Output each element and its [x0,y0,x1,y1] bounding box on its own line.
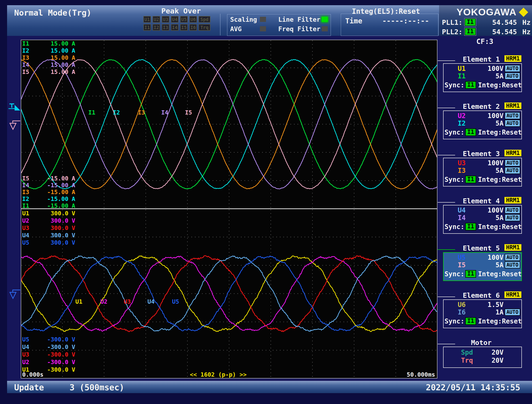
waveform-label-u5: U5 [172,298,179,305]
peak-over-current-indicators: I1I2I3I4I5I6Trq [143,24,212,31]
peak-over-indicator-i6: I6 [189,24,197,31]
element-4-panel[interactable]: Element 4 HRM1 U4 100V AUTO I4 5A AUTO S… [438,196,532,241]
element-settings-box: U4 100V AUTO I4 5A AUTO Sync: I1 Integ:R… [443,205,522,234]
pll1-sync-badge: I1 [465,18,476,26]
element-3-panel[interactable]: Element 3 HRM1 U3 100V AUTO I3 5A AUTO S… [438,149,532,194]
crest-factor-label: CF:3 [438,37,532,46]
waveform-label-u4: U4 [147,298,154,305]
scale-label-i1: I115.00A [22,40,75,47]
element-5-panel[interactable]: Element 5 HRM1 U5 100V AUTO I5 5A AUTO S… [438,244,532,288]
hrm1-badge: HRM1 [504,244,521,251]
scaling-label: Scaling [230,16,257,23]
sync-source-badge: I1 [465,270,476,278]
sync-label: Sync: [444,176,464,183]
element-2-panel[interactable]: Element 2 HRM1 U2 100V AUTO I2 5A AUTO S… [438,102,532,147]
auto-range-badge: AUTO [505,254,520,261]
peak-over-indicator-u3: U3 [162,16,169,23]
current-range-value: 5A [495,261,503,269]
auto-range-badge: AUTO [505,65,520,72]
waveform-label-i3: I3 [138,109,145,116]
auto-range-badge: AUTO [505,72,520,80]
voltage-range-row: U3 100V AUTO [443,159,521,167]
integ-state-label: Integ:Reset [478,270,522,278]
time-label: Time [345,17,362,25]
auto-range-badge: AUTO [505,309,520,316]
element-title: Element 6 [459,291,504,300]
analyzer-screen: Normal Mode(Trg) Peak Over U1U2U3U4U5U6S… [0,0,532,404]
peak-over-indicator-u4: U4 [171,16,178,23]
current-channel-label: I4 [458,214,466,222]
voltage-range-row: U6 1.5V [443,301,521,308]
time-value: -----:--:-- [382,17,429,25]
peak-over-indicator-u6: U6 [189,16,197,23]
hrm1-badge: HRM1 [504,103,521,109]
peak-over-title: Peak Over [143,7,219,15]
legend-line [438,249,455,250]
integ-state-label: Integ:Reset [478,81,522,89]
peak-over-indicator-trq: Trq [199,24,210,31]
voltage-range-row: U1 100V AUTO [443,65,521,72]
voltage-channel-label: U3 [458,159,466,167]
scale-label-i1: I1-15.00A [22,202,75,209]
peak-over-block: Peak Over U1U2U3U4U5U6Spd I1I2I3I4I5I6Tr… [143,5,221,36]
pll1-row: PLL1: I1 54.545 Hz [439,18,532,26]
element-6-panel[interactable]: Element 6 HRM1 U6 1.5V I6 1A AUTO Sync: … [438,291,532,336]
integ-state-label: Integ:Reset [478,176,522,183]
top-status-bar: Normal Mode(Trg) Peak Over U1U2U3U4U5U6S… [7,5,532,36]
current-range-row: I5 5A AUTO [443,261,521,269]
legend-line [438,297,455,297]
scale-label-u3: U3-300.0V [22,351,75,358]
element-title: Element 5 [459,244,504,252]
current-range-row: I1 5A AUTO [443,72,521,80]
auto-range-badge: AUTO [505,261,520,268]
hrm1-badge: HRM1 [504,55,521,62]
avg-indicator [260,26,266,31]
pll2-frequency: 54.545 [492,28,517,36]
waveform-label-u3: U3 [124,298,131,305]
pll1-frequency: 54.545 [492,18,517,26]
mode-label: Normal Mode(Trg) [14,8,91,18]
voltage-channel-label: U6 [458,301,466,309]
peak-over-indicator-u5: U5 [180,16,188,23]
sync-source-badge: I1 [465,129,476,136]
scale-label-i3: I3-15.00A [22,189,75,195]
sync-row: Sync: I1 Integ:Reset [443,81,521,89]
voltage-range-value: 100V [488,206,503,214]
settings-sidebar: CF:3 Element 1 HRM1 U1 100V AUTO I1 5A A… [438,36,532,381]
current-range-row: I6 1A AUTO [443,308,521,316]
update-count: 3 (500msec) [70,383,124,392]
scale-label-u2: U2300.0V [22,217,75,224]
voltage-range-row: U4 100V AUTO [443,206,521,214]
auto-range-badge: AUTO [505,207,520,214]
element-settings-box: U1 100V AUTO I1 5A AUTO Sync: I1 Integ:R… [443,63,522,92]
pll2-label: PLL2: [442,28,462,36]
legend-line [438,344,455,344]
avg-label: AVG [230,25,242,33]
current-zero-marker-icon[interactable] [9,119,21,131]
peak-over-indicator-i4: I4 [171,24,178,31]
current-channel-label: I3 [458,167,466,175]
line-filter-indicator [322,17,328,22]
scaling-indicator [260,17,266,22]
voltage-zero-marker-icon[interactable] [9,288,21,300]
trigger-marker-icon[interactable] [8,102,21,112]
peak-over-indicator-i1: I1 [143,24,151,31]
voltage-channel-label: U1 [458,65,466,72]
header-divider [438,14,439,35]
current-channel-label: I5 [458,261,466,269]
motor-panel: Motor Spd 20V Trq 20V [438,338,532,383]
peak-over-voltage-indicators: U1U2U3U4U5U6Spd [143,16,212,23]
element-settings-box: U2 100V AUTO I2 5A AUTO Sync: I1 Integ:R… [443,111,522,139]
pll1-label: PLL1: [442,18,462,26]
line-filter-label: Line Filter [278,16,320,23]
integ-state-label: Integ:Reset [478,317,522,325]
sync-row: Sync: I1 Integ:Reset [443,270,521,278]
scale-label-u1: U1300.0V [22,210,75,216]
peak-over-indicator-spd: Spd [199,16,210,23]
waveform-display [21,40,437,378]
current-range-value: 5A [495,72,503,80]
element-1-panel[interactable]: Element 1 HRM1 U1 100V AUTO I1 5A AUTO S… [438,55,532,100]
scale-label-i2: I2-15.00A [22,195,75,202]
voltage-range-value: 1.5V [488,301,503,309]
sync-row: Sync: I1 Integ:Reset [443,176,521,183]
